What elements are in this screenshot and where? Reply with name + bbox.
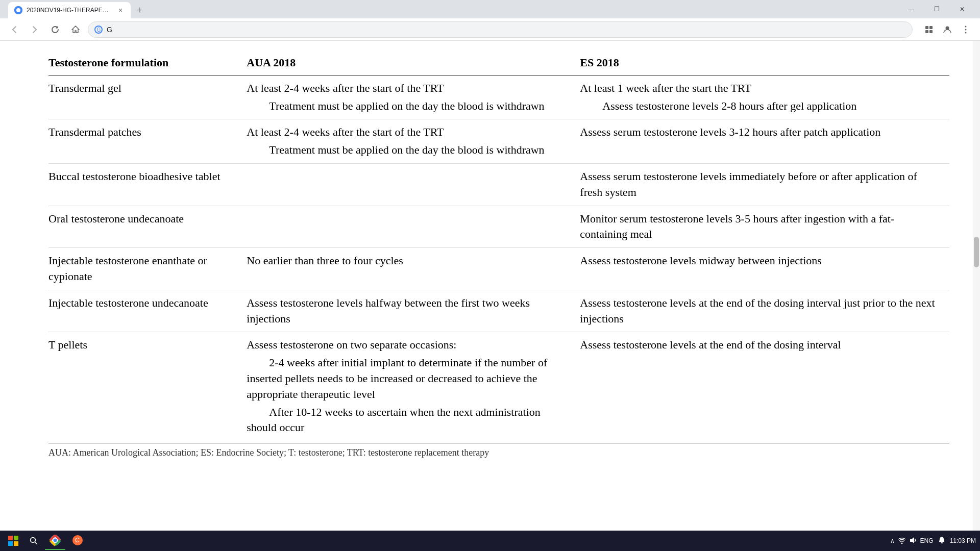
- minimize-button[interactable]: —: [899, 1, 923, 17]
- url-input[interactable]: [107, 26, 906, 34]
- table-row: Oral testosterone undecanoateMonitor ser…: [48, 206, 949, 248]
- clock: 11:03 PM: [950, 537, 976, 544]
- svg-rect-13: [14, 536, 18, 540]
- svg-point-25: [901, 542, 902, 544]
- volume-icon: [909, 537, 917, 545]
- svg-rect-27: [941, 542, 943, 543]
- svg-marker-26: [910, 537, 914, 543]
- svg-rect-6: [925, 30, 928, 33]
- taskbar-chrome-app[interactable]: [45, 532, 65, 550]
- table-row: Transdermal patchesAt least 2-4 weeks af…: [48, 119, 949, 164]
- table-row: Injectable testosterone enanthate or cyp…: [48, 248, 949, 290]
- svg-point-11: [965, 32, 967, 33]
- header-aua: AUA 2018: [247, 51, 580, 75]
- new-tab-button[interactable]: +: [133, 3, 147, 17]
- tab-favicon: [14, 6, 22, 14]
- cell-formulation-6: T pellets: [48, 332, 247, 441]
- home-button[interactable]: [67, 21, 84, 38]
- taskbar-right: ∧ ENG 11:03 PM: [890, 536, 976, 546]
- address-bar: G: [0, 18, 980, 41]
- notification-area: [938, 536, 946, 546]
- svg-point-1: [16, 8, 20, 12]
- svg-point-22: [54, 539, 57, 542]
- cell-aua-2: [247, 163, 580, 206]
- cell-es-2: Assess serum testosterone levels immedia…: [580, 163, 949, 206]
- svg-rect-14: [8, 541, 13, 546]
- tray-up-arrow[interactable]: ∧: [890, 537, 895, 544]
- profile-button[interactable]: [939, 21, 955, 38]
- scrollbar-thumb[interactable]: [974, 237, 979, 267]
- refresh-button[interactable]: [47, 21, 63, 38]
- header-formulation: Testosterone formulation: [48, 51, 247, 75]
- cell-aua-5: Assess testosterone levels halfway betwe…: [247, 290, 580, 332]
- table-row: Injectable testosterone undecanoateAsses…: [48, 290, 949, 332]
- svg-rect-7: [929, 30, 933, 33]
- taskbar-app-2[interactable]: C: [67, 532, 88, 550]
- cell-aua-3: [247, 206, 580, 248]
- window-controls: — ❐ ✕: [899, 1, 976, 17]
- header-es: ES 2018: [580, 51, 949, 75]
- maximize-button[interactable]: ❐: [925, 1, 948, 17]
- network-icon: [898, 537, 906, 545]
- cell-aua-1: At least 2-4 weeks after the start of th…: [247, 119, 580, 164]
- cell-aua-0: At least 2-4 weeks after the start of th…: [247, 75, 580, 119]
- svg-line-17: [35, 542, 38, 545]
- cell-es-4: Assess testosterone levels midway betwee…: [580, 248, 949, 290]
- toolbar-icons: [921, 21, 974, 38]
- time-display: 11:03 PM: [950, 537, 976, 544]
- taskbar: C ∧ ENG 11:03 PM: [0, 531, 980, 551]
- cell-aua-6: Assess testosterone on two separate occa…: [247, 332, 580, 441]
- url-bar[interactable]: G: [88, 21, 913, 38]
- svg-rect-4: [925, 26, 928, 29]
- cell-formulation-4: Injectable testosterone enanthate or cyp…: [48, 248, 247, 290]
- more-options-button[interactable]: [958, 21, 974, 38]
- google-icon: G: [94, 26, 103, 34]
- svg-rect-5: [929, 26, 933, 29]
- svg-rect-12: [8, 536, 13, 540]
- browser-tab-active[interactable]: 2020NOV19-HG-THERAPEUTIC-... ×: [8, 2, 131, 18]
- cell-es-0: At least 1 week after the start the TRTA…: [580, 75, 949, 119]
- svg-point-16: [31, 538, 36, 543]
- cell-formulation-2: Buccal testosterone bioadhesive tablet: [48, 163, 247, 206]
- svg-rect-15: [14, 541, 18, 546]
- page-content: Testosterone formulation AUA 2018 ES 201…: [0, 41, 980, 531]
- table-row: Transdermal gelAt least 2-4 weeks after …: [48, 75, 949, 119]
- cell-es-3: Monitor serum testosterone levels 3-5 ho…: [580, 206, 949, 248]
- taskbar-search-button[interactable]: [24, 532, 43, 550]
- tab-close-button[interactable]: ×: [116, 6, 125, 14]
- table-footnote: AUA: American Urological Association; ES…: [48, 443, 949, 462]
- start-button[interactable]: [4, 532, 22, 550]
- svg-point-10: [965, 29, 967, 30]
- forward-button[interactable]: [27, 21, 43, 38]
- scrollbar-right[interactable]: [973, 41, 980, 531]
- cell-es-6: Assess testosterone levels at the end of…: [580, 332, 949, 441]
- system-tray: ∧ ENG: [890, 537, 934, 545]
- cell-aua-4: No earlier than three to four cycles: [247, 248, 580, 290]
- cell-formulation-1: Transdermal patches: [48, 119, 247, 164]
- close-button[interactable]: ✕: [950, 1, 974, 17]
- cell-formulation-5: Injectable testosterone undecanoate: [48, 290, 247, 332]
- testosterone-table: Testosterone formulation AUA 2018 ES 201…: [48, 51, 949, 441]
- cell-formulation-0: Transdermal gel: [48, 75, 247, 119]
- extensions-button[interactable]: [921, 21, 937, 38]
- table-row: Buccal testosterone bioadhesive tabletAs…: [48, 163, 949, 206]
- tab-title-text: 2020NOV19-HG-THERAPEUTIC-...: [27, 7, 112, 14]
- svg-point-9: [965, 26, 967, 27]
- cell-es-5: Assess testosterone levels at the end of…: [580, 290, 949, 332]
- svg-text:G: G: [97, 27, 101, 33]
- language-indicator[interactable]: ENG: [920, 537, 934, 544]
- table-row: T pelletsAssess testosterone on two sepa…: [48, 332, 949, 441]
- svg-text:C: C: [75, 537, 80, 544]
- cell-formulation-3: Oral testosterone undecanoate: [48, 206, 247, 248]
- back-button[interactable]: [6, 21, 22, 38]
- cell-es-1: Assess serum testosterone levels 3-12 ho…: [580, 119, 949, 164]
